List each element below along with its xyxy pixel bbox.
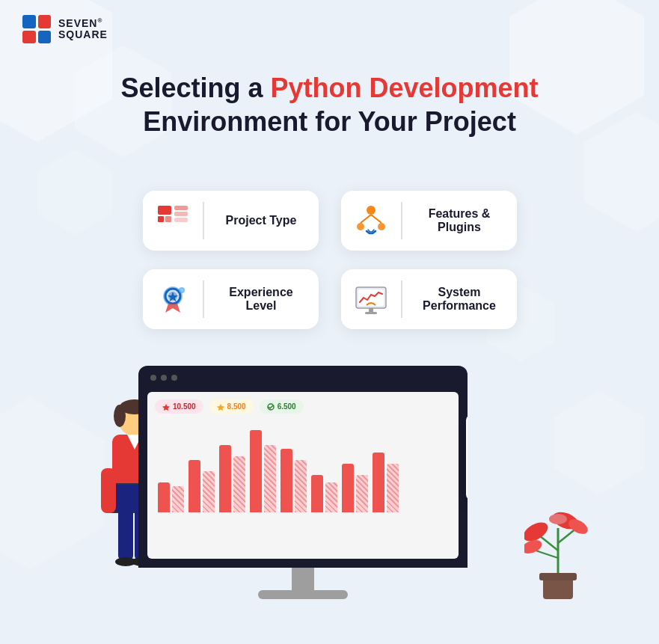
svg-rect-20 [369,308,373,312]
logo-brand-bottom: SQUARE [58,29,108,40]
system-performance-label: System Performance [402,286,517,313]
svg-point-8 [378,223,385,230]
system-performance-icon-area [341,269,401,329]
svg-point-58 [549,514,567,524]
svg-point-24 [114,405,126,427]
stat-value-1: 10.500 [173,402,196,411]
monitor-stand [292,568,314,590]
svg-marker-34 [162,404,170,411]
svg-rect-30 [118,500,133,560]
svg-marker-35 [217,404,224,411]
monitor-dots [150,375,177,381]
plant-illustration [524,506,592,603]
stat-value-3: 6.500 [278,402,296,411]
svg-line-9 [361,215,371,223]
features-plugins-card[interactable]: Features & Plugins [341,191,517,251]
experience-level-icon [155,281,191,317]
svg-point-7 [357,223,364,230]
stat-badge-1: 10.500 [155,399,203,414]
title-line1-plain: Selecting a [120,73,270,103]
project-type-icon-area [143,191,203,251]
logo-cell-blue-2 [38,31,52,44]
monitor-dot-1 [150,375,156,381]
logo-cell-red-1 [38,15,52,28]
svg-rect-4 [174,212,188,216]
main-monitor: 10.500 8.500 6.500 [138,366,468,599]
project-type-label: Project Type [204,214,319,227]
monitor-dot-3 [171,375,177,381]
cards-row-1: Project Type Features & Plugins [0,191,659,251]
monitor-base [258,590,348,599]
svg-point-17 [180,289,183,292]
features-plugins-label: Features & Plugins [402,207,517,234]
svg-line-53 [536,551,558,558]
project-type-icon [155,203,191,239]
svg-rect-49 [539,573,577,580]
svg-rect-3 [174,206,188,210]
svg-rect-21 [365,312,377,314]
monitor-screen: 10.500 8.500 6.500 [138,366,468,568]
logo-brand-top: SEVEN® [58,18,108,29]
stats-row: 10.500 8.500 6.500 [155,399,451,414]
logo-cell-blue-1 [22,15,36,28]
illustration: 10.500 8.500 6.500 [0,330,659,644]
stat-badge-3: 6.500 [260,399,304,414]
logo-text: SEVEN® SQUARE [58,18,108,41]
features-plugins-icon-area [341,191,401,251]
svg-line-10 [371,215,381,223]
chart-bars [155,423,451,512]
main-title: Selecting a Python Development Environme… [0,71,659,138]
experience-level-card[interactable]: Experience Level [143,269,319,329]
experience-level-icon-area [143,269,203,329]
side-chart-panel [466,414,468,500]
plant-svg [524,506,592,603]
logo: SEVEN® SQUARE [22,15,108,43]
features-plugins-icon [353,203,389,239]
svg-rect-0 [158,206,171,215]
svg-point-6 [367,206,376,215]
system-performance-card[interactable]: System Performance [341,269,517,329]
svg-rect-29 [101,468,116,513]
monitor-content: 10.500 8.500 6.500 [147,392,459,559]
experience-level-label: Experience Level [204,286,319,313]
stat-badge-2: 8.500 [209,399,254,414]
project-type-card[interactable]: Project Type [143,191,319,251]
logo-cell-red-2 [22,31,36,44]
title-line2: Environment for Your Project [143,106,516,137]
cards-row-2: Experience Level System Perfo [0,269,659,329]
svg-rect-1 [158,216,164,222]
stat-value-2: 8.500 [227,402,246,411]
svg-rect-2 [165,216,171,222]
system-performance-icon [353,281,389,317]
svg-line-51 [539,536,558,551]
logo-grid [22,15,51,43]
svg-rect-5 [174,218,188,222]
monitor-dot-2 [161,375,167,381]
title-highlight: Python Development [271,73,539,103]
chart-area [155,423,451,527]
